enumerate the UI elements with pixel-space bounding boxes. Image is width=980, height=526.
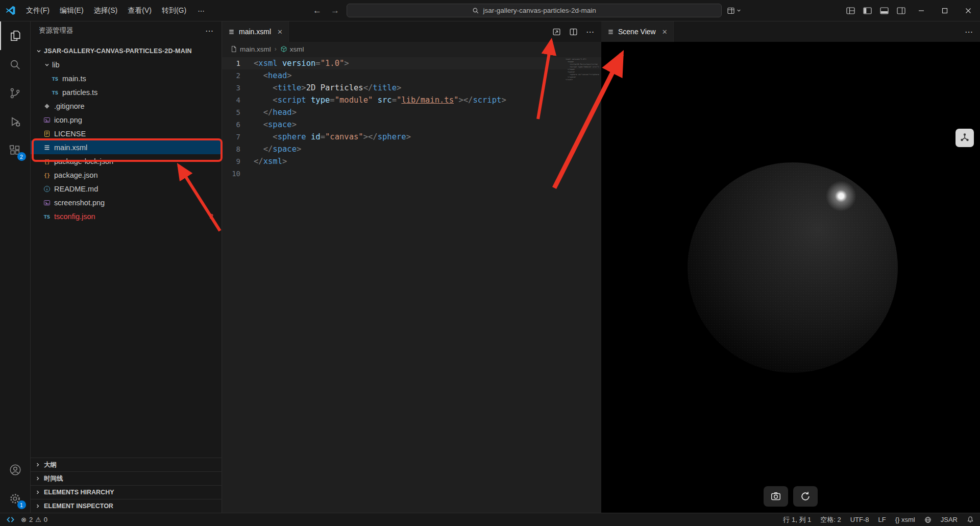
code-line-2[interactable]: 2 <head> — [222, 69, 601, 82]
notifications-bell-icon[interactable] — [967, 516, 974, 523]
tab-close-icon[interactable]: ✕ — [277, 28, 283, 36]
settings-gear-icon[interactable]: 1 — [0, 484, 31, 513]
toggle-primary-sidebar-icon[interactable] — [859, 3, 876, 18]
particles-sphere[interactable] — [688, 162, 898, 373]
history-back-button[interactable]: ← — [311, 6, 324, 16]
encoding[interactable]: UTF-8 — [850, 516, 869, 523]
explorer-icon[interactable] — [0, 21, 31, 50]
run-debug-icon[interactable] — [0, 107, 31, 136]
menu-overflow-button[interactable]: ⋯ — [192, 5, 210, 17]
source-control-icon[interactable] — [0, 79, 31, 107]
svg-text:TS: TS — [44, 214, 51, 220]
svg-text:TS: TS — [52, 90, 59, 95]
minimap[interactable]: <xsml version="1.0"> <head> <title>2D Pa… — [566, 58, 599, 81]
tree-item-lib[interactable]: lib — [31, 58, 222, 71]
title-bar: 文件(F)编辑(E)选择(S)查看(V)转到(G) ⋯ ← → jsar-gal… — [0, 0, 980, 21]
tree-item-icon.png[interactable]: icon.png — [31, 113, 222, 127]
tree-item-package.json[interactable]: {}package.json — [31, 168, 222, 182]
scene-viewport[interactable] — [601, 42, 980, 513]
jsar-status[interactable]: JSAR — [941, 516, 958, 523]
explorer-sidebar: 资源管理器 ⋯ JSAR-GALLERY-CANVAS-PARTICLES-2D… — [31, 21, 222, 513]
tree-item-screenshot.png[interactable]: screenshot.png — [31, 196, 222, 209]
toggle-secondary-sidebar-icon[interactable] — [893, 3, 910, 18]
scene-reset-button[interactable] — [793, 486, 818, 507]
explorer-more-actions-icon[interactable]: ⋯ — [205, 26, 213, 36]
scene-tab-close-icon[interactable]: ✕ — [662, 28, 668, 36]
menu-item-2[interactable]: 选择(S) — [89, 4, 123, 16]
sidebar-panel-3[interactable]: ELEMENT INSPECTOR — [31, 499, 222, 513]
remote-indicator-icon[interactable] — [6, 516, 15, 523]
menu-item-4[interactable]: 转到(G) — [157, 4, 191, 16]
file-icon — [230, 45, 237, 53]
tree-item-.gitignore[interactable]: .gitignore — [31, 99, 222, 113]
search-sidebar-icon[interactable] — [0, 50, 31, 79]
new-window-button[interactable] — [727, 7, 741, 15]
code-line-6[interactable]: 6 <space> — [222, 118, 601, 131]
maximize-button[interactable] — [933, 0, 957, 21]
breadcrumb: main.xsml › xsml — [222, 42, 601, 56]
indentation[interactable]: 空格: 2 — [820, 515, 841, 524]
activity-bar: 2 1 — [0, 21, 31, 513]
tree-item-README.md[interactable]: README.md — [31, 182, 222, 196]
code-line-5[interactable]: 5 </head> — [222, 106, 601, 118]
sidebar-panel-2[interactable]: ELEMENTS HIRARCHY — [31, 485, 222, 499]
tree-item-main.xsml[interactable]: main.xsml — [31, 140, 222, 154]
ports-globe-icon[interactable] — [924, 516, 932, 523]
sidebar-panel-0[interactable]: 大纲 — [31, 458, 222, 471]
menu-item-1[interactable]: 编辑(E) — [55, 4, 89, 16]
file-list-icon — [228, 28, 235, 36]
code-line-4[interactable]: 4 <script type="module" src="lib/main.ts… — [222, 94, 601, 106]
account-icon[interactable] — [0, 456, 31, 484]
code-line-9[interactable]: 9</xsml> — [222, 155, 601, 168]
menu-bar: 文件(F)编辑(E)选择(S)查看(V)转到(G) — [21, 6, 191, 15]
tree-item-particles.ts[interactable]: TSparticles.ts — [31, 85, 222, 99]
scene-list-icon — [607, 28, 615, 36]
tree-item-package-lock.json[interactable]: {}package-lock.json — [31, 154, 222, 168]
tree-item-main.ts[interactable]: TSmain.ts — [31, 71, 222, 85]
history-forward-button[interactable]: → — [329, 6, 341, 16]
tab-label: main.xsml — [239, 28, 271, 36]
explorer-title: 资源管理器 — [39, 26, 74, 35]
language-mode[interactable]: {} xsml — [895, 516, 915, 523]
code-line-1[interactable]: 1<xsml version="1.0"> — [222, 57, 601, 69]
axes-gizmo-button[interactable] — [955, 129, 974, 147]
problems-indicator[interactable]: ⊗ 2 ⚠ 0 — [21, 516, 47, 523]
editor-more-actions-icon[interactable]: ⋯ — [586, 27, 594, 37]
menu-item-0[interactable]: 文件(F) — [21, 4, 55, 16]
tab-scene-view[interactable]: Scene View ✕ — [601, 21, 674, 42]
cursor-position[interactable]: 行 1, 列 1 — [783, 515, 811, 524]
command-center-search[interactable]: jsar-gallery-canvas-particles-2d-main — [347, 4, 722, 17]
sidebar-bottom-panels: 大纲时间线ELEMENTS HIRARCHYELEMENT INSPECTOR — [31, 458, 222, 513]
tree-root-folder[interactable]: JSAR-GALLERY-CANVAS-PARTICLES-2D-MAIN — [31, 44, 222, 58]
search-text: jsar-gallery-canvas-particles-2d-main — [483, 7, 596, 14]
toggle-panel-icon[interactable] — [876, 3, 893, 18]
eol-sequence[interactable]: LF — [878, 516, 886, 523]
menu-item-3[interactable]: 查看(V) — [122, 4, 157, 16]
code-line-8[interactable]: 8 </space> — [222, 143, 601, 155]
svg-text:{}: {} — [44, 173, 50, 178]
code-editor[interactable]: 1<xsml version="1.0">2 <head>3 <title>2D… — [222, 56, 601, 513]
tree-item-tsconfig.json[interactable]: TStsconfig.json2 — [31, 209, 222, 223]
code-line-10[interactable]: 10 — [222, 168, 601, 180]
breadcrumb-file[interactable]: main.xsml — [230, 45, 271, 53]
code-line-3[interactable]: 3 <title>2D Particles</title> — [222, 82, 601, 94]
customize-layout-icon[interactable] — [842, 3, 859, 18]
scene-capture-button[interactable] — [764, 486, 788, 507]
open-scene-view-icon[interactable] — [552, 28, 561, 36]
extensions-icon[interactable]: 2 — [0, 136, 31, 164]
code-line-7[interactable]: 7 <sphere id="canvas"></sphere> — [222, 131, 601, 143]
close-window-button[interactable] — [957, 0, 980, 21]
breadcrumb-separator: › — [275, 45, 277, 53]
error-icon: ⊗ — [21, 516, 27, 523]
cube-symbol-icon — [280, 45, 287, 53]
file-tree: JSAR-GALLERY-CANVAS-PARTICLES-2D-MAINlib… — [31, 40, 222, 223]
minimize-button[interactable] — [910, 0, 933, 21]
sidebar-panel-1[interactable]: 时间线 — [31, 471, 222, 485]
tab-main-xsml[interactable]: main.xsml ✕ — [222, 21, 289, 42]
scene-view-group: Scene View ✕ ⋯ — [601, 21, 980, 513]
tree-item-LICENSE[interactable]: LICENSE — [31, 127, 222, 140]
split-editor-icon[interactable] — [569, 28, 578, 36]
breadcrumb-symbol[interactable]: xsml — [280, 45, 304, 53]
scene-more-actions-icon[interactable]: ⋯ — [965, 27, 973, 37]
scene-controls — [764, 486, 818, 507]
